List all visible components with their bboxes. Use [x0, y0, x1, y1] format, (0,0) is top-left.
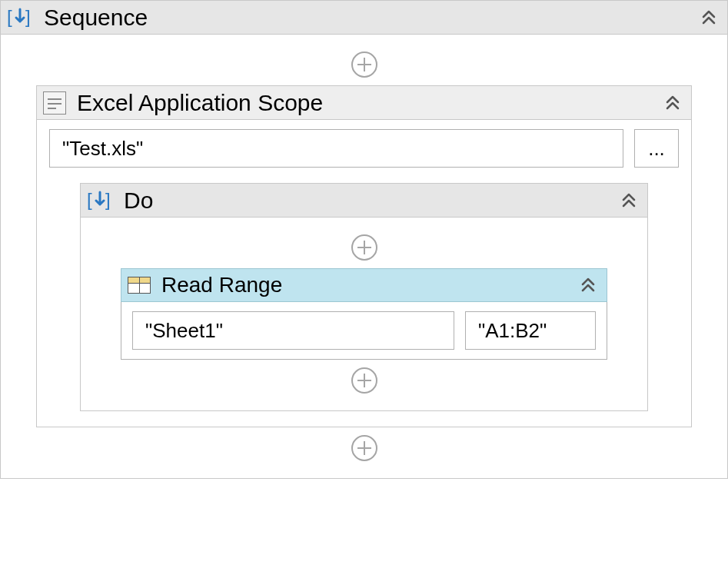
svg-text:]: ]: [105, 189, 111, 210]
excel-scope-body: ... [ ] Do: [37, 120, 691, 427]
read-range-activity: Read Range: [121, 268, 607, 360]
range-input[interactable]: [465, 311, 596, 350]
excel-scope-header[interactable]: Excel Application Scope: [37, 86, 691, 120]
sequence-title: Sequence: [44, 5, 148, 31]
add-activity-do-bottom[interactable]: [93, 360, 635, 401]
sequence-icon: [ ]: [7, 5, 33, 31]
do-header[interactable]: [ ] Do: [81, 184, 647, 218]
plus-icon: [351, 435, 377, 461]
plus-icon: [351, 367, 377, 394]
sheet-input[interactable]: [132, 311, 454, 350]
excel-scope-title: Excel Application Scope: [77, 90, 323, 116]
plus-icon: [351, 234, 377, 261]
do-title: Do: [124, 188, 153, 214]
read-range-body: [121, 302, 607, 360]
workbook-path-text[interactable]: [61, 136, 612, 161]
add-activity-bottom[interactable]: [13, 427, 715, 469]
read-range-header[interactable]: Read Range: [121, 268, 607, 302]
collapse-icon[interactable]: [662, 92, 683, 114]
sheet-text[interactable]: [144, 318, 443, 344]
sequence-body: Excel Application Scope ...: [1, 35, 727, 478]
collapse-icon[interactable]: [698, 7, 720, 28]
excel-scope-activity: Excel Application Scope ...: [36, 85, 692, 427]
browse-button[interactable]: ...: [634, 129, 679, 168]
collapse-icon[interactable]: [618, 190, 640, 211]
plus-icon: [351, 51, 377, 78]
workbook-path-row: ...: [49, 129, 679, 168]
add-activity-top[interactable]: [13, 44, 715, 85]
sequence-header[interactable]: [ ] Sequence: [1, 1, 727, 35]
svg-text:[: [: [7, 6, 12, 27]
document-icon: [43, 91, 66, 115]
range-text[interactable]: [477, 318, 584, 344]
svg-text:]: ]: [25, 6, 31, 27]
collapse-icon[interactable]: [577, 274, 599, 296]
add-activity-do-top[interactable]: [93, 227, 635, 268]
svg-text:[: [: [87, 189, 92, 210]
read-range-title: Read Range: [161, 273, 282, 297]
do-activity: [ ] Do: [80, 183, 648, 411]
workbook-path-input[interactable]: [49, 129, 623, 168]
do-wrapper: [ ] Do: [49, 168, 679, 417]
do-body: Read Range: [81, 218, 647, 410]
sequence-activity: [ ] Sequence Excel Application Scope: [0, 0, 728, 479]
table-icon: [128, 277, 151, 294]
sequence-icon: [ ]: [87, 188, 113, 214]
